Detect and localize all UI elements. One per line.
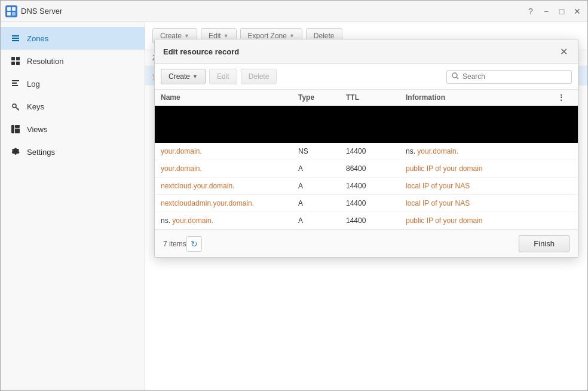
modal-row-name-1: your.domain. [161,164,298,173]
modal-row-ttl-0: 14400 [346,147,406,155]
modal-table-row[interactable]: ns. your.domain. A 14400 public IP of yo… [155,212,578,230]
modal-row-type-4: A [298,216,346,225]
content-area: Create ▼ Edit ▼ Export Zone ▼ Delete [145,22,587,390]
app-window: DNS Server ? − □ ✕ Zones [0,0,588,391]
settings-icon [10,146,21,157]
modal-row-name-2: nextcloud.your.domain. [161,182,298,190]
sidebar-item-log-label: Log [27,80,40,88]
title-bar: DNS Server ? − □ ✕ [1,1,587,22]
modal-close-button[interactable]: ✕ [558,45,569,57]
app-icon [5,5,17,17]
modal-col-ttl: TTL [346,93,406,102]
svg-point-12 [452,73,457,78]
modal-table-row[interactable]: nextcloud.your.domain. A 14400 local IP … [155,178,578,195]
svg-rect-6 [11,62,15,65]
svg-rect-2 [7,12,11,16]
svg-rect-4 [11,57,15,60]
sidebar-item-zones[interactable]: Zones [1,27,145,50]
svg-rect-11 [15,129,20,133]
sidebar-item-views[interactable]: Views [1,118,145,140]
modal-title: Edit resource record [163,47,239,56]
edit-resource-record-modal: Edit resource record ✕ Create ▼ Edit [154,39,578,258]
finish-button[interactable]: Finish [519,235,569,252]
modal-row-info-0: ns. your.domain. [406,147,558,155]
modal-row-name-0: your.domain. [161,147,298,155]
modal-col-name: Name [161,93,298,102]
modal-row-ttl-4: 14400 [346,216,406,225]
refresh-button[interactable]: ↻ [186,236,202,252]
sidebar: Zones Resolution [1,22,145,390]
modal-delete-button[interactable]: Delete [241,69,277,84]
svg-rect-9 [11,125,14,133]
modal-row-ttl-3: 14400 [346,199,406,207]
modal-col-more: ⋮ [558,93,572,102]
resolution-icon [10,56,21,66]
modal-row-info-1: public IP of your domain [406,164,558,173]
sidebar-item-log[interactable]: Log [1,72,145,95]
sidebar-item-resolution-label: Resolution [27,57,63,66]
search-box [446,70,572,84]
help-button[interactable]: ? [525,6,536,17]
modal-table-header: Name Type TTL Information ⋮ [155,90,578,106]
modal-overlay: Edit resource record ✕ Create ▼ Edit [145,22,587,390]
items-count: 7 items [163,240,186,248]
modal-row-info-2: local IP of your NAS [406,182,558,190]
zones-icon [10,33,21,44]
modal-table-row[interactable]: your.domain. NS 14400 ns. your.domain. [155,143,578,160]
keys-icon [10,101,21,112]
modal-col-info: Information [406,93,558,102]
modal-toolbar: Create ▼ Edit Delete [155,64,578,90]
modal-body: your.domain. NS 14400 ns. your.domain. y… [155,106,578,230]
modal-delete-label: Delete [249,72,270,81]
modal-row-info-3: local IP of your NAS [406,199,558,207]
sidebar-item-views-label: Views [27,125,47,134]
svg-rect-0 [7,7,11,11]
modal-table-row[interactable]: nextcloudadmin.your.domain. A 14400 loca… [155,195,578,212]
window-title: DNS Server [21,7,62,16]
modal-row-type-3: A [298,199,346,207]
svg-rect-7 [16,62,20,65]
search-icon [452,72,459,81]
views-icon [10,124,21,135]
svg-rect-5 [16,57,20,60]
modal-row-info-4: public IP of your domain [406,216,558,225]
sidebar-item-zones-label: Zones [27,34,48,43]
modal-col-type: Type [298,93,346,102]
sidebar-item-keys[interactable]: Keys [1,95,145,118]
modal-row-ttl-2: 14400 [346,182,406,190]
modal-row-ttl-1: 86400 [346,164,406,173]
modal-row-type-1: A [298,164,346,173]
search-input[interactable] [463,72,566,81]
sidebar-item-keys-label: Keys [27,102,44,111]
modal-edit-button[interactable]: Edit [209,69,237,84]
svg-point-8 [13,104,16,108]
redacted-row [155,106,578,143]
svg-rect-1 [12,7,16,11]
main-layout: Zones Resolution [1,22,587,390]
modal-create-arrow: ▼ [192,74,198,80]
modal-edit-label: Edit [217,72,229,81]
svg-rect-3 [12,12,16,16]
modal-header: Edit resource record ✕ [155,39,578,64]
minimize-button[interactable]: − [541,6,552,17]
title-bar-controls: ? − □ ✕ [525,6,583,17]
modal-create-label: Create [169,72,190,81]
modal-footer: 7 items ↻ Finish [155,230,578,257]
sidebar-item-settings[interactable]: Settings [1,140,145,163]
modal-table-row[interactable]: your.domain. A 86400 public IP of your d… [155,160,578,178]
modal-row-type-2: A [298,182,346,190]
sidebar-item-resolution[interactable]: Resolution [1,50,145,72]
sidebar-item-settings-label: Settings [27,148,55,157]
modal-row-name-3: nextcloudadmin.your.domain. [161,199,298,207]
modal-row-name-4: ns. your.domain. [161,216,298,225]
title-bar-left: DNS Server [5,5,62,17]
log-icon [10,78,21,89]
svg-rect-10 [15,125,20,128]
maximize-button[interactable]: □ [556,6,567,17]
modal-create-button[interactable]: Create ▼ [161,69,206,84]
close-button[interactable]: ✕ [572,6,583,17]
modal-row-type-0: NS [298,147,346,155]
